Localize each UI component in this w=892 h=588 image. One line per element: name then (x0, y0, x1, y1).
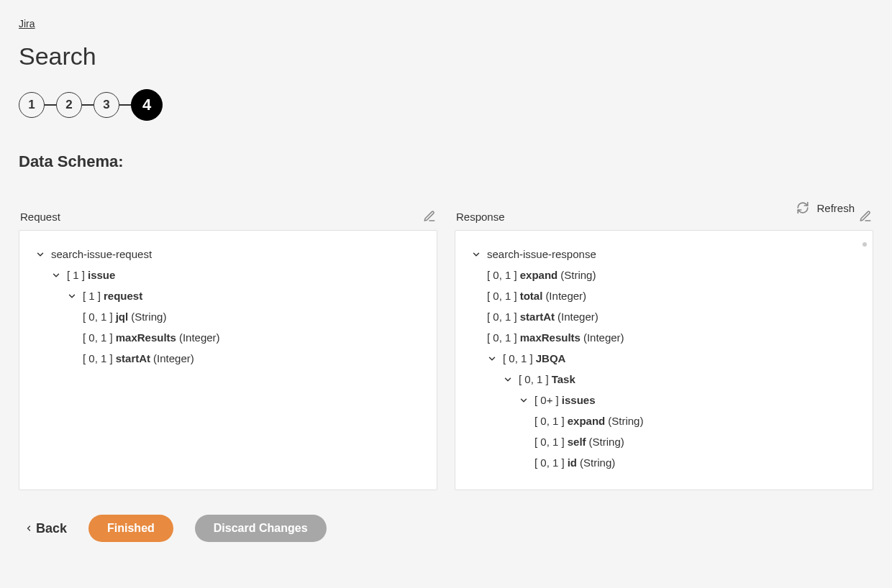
tree-field-type: (String) (131, 309, 166, 324)
tree-cardinality: [ 0, 1 ] (487, 330, 517, 345)
tree-leaf[interactable]: [ 0, 1 ] maxResults (Integer) (35, 327, 421, 348)
discard-changes-button[interactable]: Discard Changes (195, 515, 327, 542)
breadcrumb-jira[interactable]: Jira (19, 18, 35, 29)
tree-field-name: expand (568, 413, 606, 428)
back-label: Back (36, 521, 67, 536)
tree-leaf[interactable]: [ 0, 1 ] jql (String) (35, 306, 421, 327)
tree-cardinality: [ 0, 1 ] (83, 351, 113, 366)
tree-node-task[interactable]: [ 0, 1 ] Task (471, 369, 857, 390)
tree-leaf[interactable]: [ 0, 1 ] expand (String) (471, 410, 857, 431)
tree-leaf[interactable]: [ 0, 1 ] expand (String) (471, 265, 857, 285)
tree-field-name: maxResults (520, 330, 581, 345)
tree-field-name: self (568, 434, 586, 449)
tree-node-request[interactable]: [ 1 ] request (35, 285, 421, 306)
tree-cardinality: [ 1 ] (67, 267, 85, 282)
step-connector (45, 104, 56, 106)
tree-field-type: (Integer) (153, 351, 194, 366)
step-2[interactable]: 2 (56, 92, 82, 118)
tree-cardinality: [ 0, 1 ] (503, 351, 533, 366)
tree-leaf[interactable]: [ 0, 1 ] maxResults (Integer) (471, 327, 857, 348)
edit-icon[interactable] (423, 210, 436, 223)
tree-node-issues[interactable]: [ 0+ ] issues (471, 390, 857, 410)
tree-field-name: issue (88, 267, 115, 282)
tree-cardinality: [ 0, 1 ] (534, 434, 565, 449)
chevron-down-icon (487, 354, 499, 364)
tree-field-name: maxResults (116, 330, 176, 345)
chevron-down-icon (35, 249, 47, 259)
chevron-down-icon (51, 270, 63, 280)
tree-cardinality: [ 0, 1 ] (83, 309, 113, 324)
tree-field-name: id (568, 455, 577, 470)
tree-cardinality: [ 0, 1 ] (83, 330, 113, 345)
tree-leaf[interactable]: [ 0, 1 ] total (Integer) (471, 285, 857, 306)
step-indicator: 1 2 3 4 (19, 89, 873, 121)
chevron-left-icon (24, 523, 33, 533)
tree-node-issue[interactable]: [ 1 ] issue (35, 265, 421, 285)
step-connector (82, 104, 94, 106)
tree-field-type: (String) (560, 267, 596, 282)
tree-node-root[interactable]: search-issue-response (471, 244, 857, 265)
tree-field-type: (String) (589, 434, 624, 449)
tree-cardinality: [ 0, 1 ] (487, 288, 517, 303)
tree-node-root[interactable]: search-issue-request (35, 244, 421, 265)
step-1[interactable]: 1 (19, 92, 45, 118)
tree-cardinality: [ 0, 1 ] (534, 455, 565, 470)
step-4[interactable]: 4 (131, 89, 163, 121)
tree-field-name: Task (552, 372, 575, 387)
tree-field-name: startAt (520, 309, 555, 324)
tree-field-name: jql (116, 309, 129, 324)
tree-field-type: (Integer) (179, 330, 220, 345)
tree-field-type: (String) (580, 455, 615, 470)
section-title: Data Schema: (19, 152, 873, 171)
chevron-down-icon (503, 375, 514, 385)
tree-field-name: request (104, 288, 142, 303)
tree-field-name: expand (520, 267, 558, 282)
tree-leaf[interactable]: [ 0, 1 ] startAt (Integer) (35, 348, 421, 369)
step-3[interactable]: 3 (94, 92, 119, 118)
chevron-down-icon (519, 395, 530, 405)
tree-field-name: issues (562, 392, 596, 408)
tree-field-name: total (520, 288, 543, 303)
tree-node-jbqa[interactable]: [ 0, 1 ] JBQA (471, 348, 857, 369)
tree-leaf[interactable]: [ 0, 1 ] startAt (Integer) (471, 306, 857, 327)
tree-cardinality: [ 0, 1 ] (519, 372, 549, 387)
scroll-indicator (863, 242, 867, 247)
tree-cardinality: [ 0, 1 ] (534, 413, 565, 428)
tree-field-type: (Integer) (558, 309, 599, 324)
finished-button[interactable]: Finished (88, 515, 173, 542)
back-button[interactable]: Back (24, 521, 67, 536)
tree-leaf[interactable]: [ 0, 1 ] self (String) (471, 431, 857, 452)
edit-icon[interactable] (859, 210, 872, 223)
request-label: Request (20, 211, 60, 223)
tree-cardinality: [ 0, 1 ] (487, 267, 517, 282)
response-label: Response (456, 211, 505, 223)
tree-field-type: (String) (608, 413, 643, 428)
tree-field-type: (Integer) (583, 330, 624, 345)
page-title: Search (19, 42, 873, 70)
tree-node-label: search-issue-response (487, 247, 596, 262)
step-connector (119, 104, 131, 106)
response-panel: search-issue-response [ 0, 1 ] expand (S… (455, 230, 873, 490)
tree-field-type: (Integer) (545, 288, 586, 303)
tree-field-name: JBQA (536, 351, 566, 366)
chevron-down-icon (67, 291, 78, 301)
tree-cardinality: [ 1 ] (83, 288, 101, 303)
chevron-down-icon (471, 249, 483, 259)
tree-cardinality: [ 0, 1 ] (487, 309, 517, 324)
tree-leaf[interactable]: [ 0, 1 ] id (String) (471, 452, 857, 473)
tree-field-name: startAt (116, 351, 150, 366)
request-panel: search-issue-request [ 1 ] issue [ 1 ] r… (19, 230, 437, 490)
tree-cardinality: [ 0+ ] (534, 392, 559, 408)
tree-node-label: search-issue-request (51, 247, 152, 262)
